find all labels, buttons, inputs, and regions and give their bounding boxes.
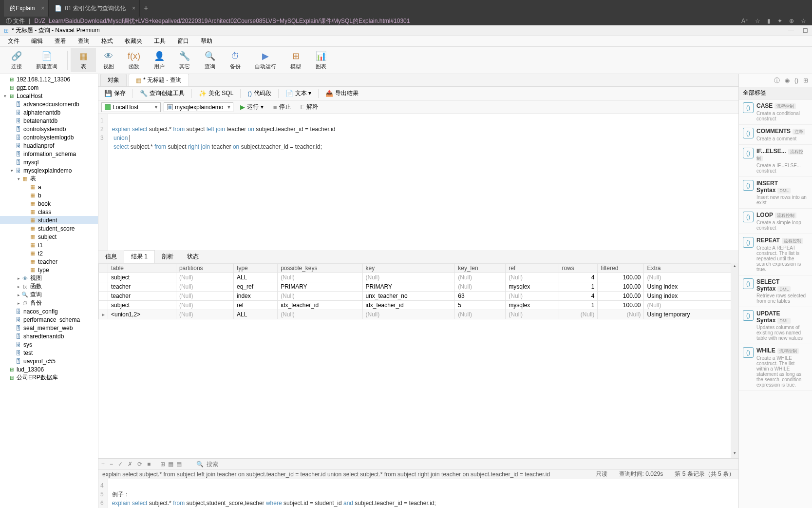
toolbar-label: 新建查询: [36, 63, 57, 70]
toolbar-icon: 📄: [41, 50, 53, 62]
toolbar-label: 图表: [316, 63, 326, 70]
toolbar-其它[interactable]: 🔧其它: [172, 48, 197, 72]
toolbar-label: 表: [81, 63, 86, 70]
toolbar-label: 用户: [154, 63, 165, 70]
toolbar-icon: f(x): [128, 50, 140, 62]
close-icon[interactable]: ×: [41, 5, 44, 12]
app-icon: ⊞: [4, 27, 9, 34]
toolbar-icon: 👁: [103, 50, 114, 62]
close-icon[interactable]: ×: [132, 5, 135, 12]
toolbar-label: 视图: [103, 63, 114, 70]
url-text[interactable]: D:/Z_Learn/BaiduDownload/Mysql调优+LVS+kee…: [34, 17, 410, 25]
browser-tab-0[interactable]: 的Explain ×: [4, 0, 49, 17]
page-icon: 📄: [55, 5, 62, 12]
maximize-button[interactable]: ☐: [803, 27, 808, 34]
title-bar: ⊞ * 无标题 - 查询 - Navicat Premium — ☐: [0, 25, 812, 36]
toolbar-图表[interactable]: 📊图表: [308, 48, 334, 72]
window-title: * 无标题 - 查询 - Navicat Premium: [12, 26, 100, 35]
addr-icons: A⁺ ☆ ▮ ✦ ⊕ ☆: [741, 18, 806, 24]
menu-item[interactable]: 格式: [95, 37, 119, 45]
favorite-icon[interactable]: ☆: [755, 18, 760, 24]
toolbar-icon: 🔗: [11, 50, 22, 62]
toolbar-视图[interactable]: 👁视图: [96, 48, 121, 72]
reader-icon[interactable]: A⁺: [741, 18, 748, 24]
menu-item[interactable]: 帮助: [195, 37, 218, 45]
toolbar-label: 函数: [129, 63, 139, 70]
browser-tab-label: 01 索引优化与查询优化: [65, 4, 126, 13]
toolbar-用户[interactable]: 👤用户: [147, 48, 172, 72]
menu-item[interactable]: 查询: [72, 37, 95, 45]
toolbar-icon: ⏱: [229, 50, 241, 62]
tab-query[interactable]: ▦ * 无标题 - 查询: [129, 74, 189, 74]
menu-item[interactable]: 文件: [2, 37, 25, 45]
address-bar: ① 文件 | D:/Z_Learn/BaiduDownload/Mysql调优+…: [0, 17, 812, 25]
browser-tab-1[interactable]: 📄 01 索引优化与查询优化 ×: [49, 0, 140, 17]
new-tab-button[interactable]: +: [144, 4, 148, 13]
menu-item[interactable]: 工具: [148, 37, 171, 45]
toolbar-icon: ▶: [260, 50, 271, 62]
toolbar-label: 模型: [290, 63, 301, 70]
download-icon[interactable]: ⊕: [789, 18, 794, 24]
browser-tab-label: 的Explain: [10, 4, 35, 13]
toolbar-icon: 📊: [315, 50, 327, 62]
extension-icon[interactable]: ✦: [777, 18, 782, 24]
toolbar-备份[interactable]: ⏱备份: [223, 48, 248, 72]
toolbar-icon: ⊞: [290, 50, 302, 62]
menu-item[interactable]: 收藏夹: [119, 37, 148, 45]
toolbar-label: 备份: [230, 63, 241, 70]
toolbar-label: 查询: [205, 63, 215, 70]
toolbar-icon: 🔧: [179, 50, 190, 62]
toolbar-icon: 🔍: [204, 50, 216, 62]
menu-item[interactable]: 查看: [49, 37, 72, 45]
toolbar-label: 自动运行: [255, 63, 276, 70]
menu-bar: 文件编辑查看查询格式收藏夹工具窗口帮助: [0, 36, 812, 47]
tab-objects[interactable]: 对象: [100, 74, 127, 74]
toolbar-新建查询[interactable]: 📄新建查询: [29, 48, 64, 72]
toolbar-模型[interactable]: ⊞模型: [283, 48, 308, 72]
minimize-button[interactable]: —: [788, 27, 794, 34]
toolbar-连接[interactable]: 🔗连接: [4, 48, 29, 72]
toolbar-查询[interactable]: 🔍查询: [197, 48, 223, 72]
main-toolbar: 🔗连接📄新建查询▦表👁视图f(x)函数👤用户🔧其它🔍查询⏱备份▶自动运行⊞模型📊…: [0, 47, 812, 74]
bookmark-icon[interactable]: ▮: [767, 18, 771, 24]
toolbar-自动运行[interactable]: ▶自动运行: [248, 48, 283, 72]
toolbar-函数[interactable]: f(x)函数: [121, 48, 147, 72]
menu-item[interactable]: 窗口: [171, 37, 195, 45]
more-icon[interactable]: ☆: [801, 18, 806, 24]
toolbar-label: 其它: [179, 63, 190, 70]
toolbar-表[interactable]: ▦表: [71, 48, 96, 72]
browser-tabs: 的Explain × 📄 01 索引优化与查询优化 × +: [0, 0, 812, 17]
addr-label: ① 文件: [6, 17, 25, 25]
toolbar-icon: ▦: [77, 50, 89, 62]
toolbar-icon: 👤: [153, 50, 165, 62]
menu-item[interactable]: 编辑: [25, 37, 49, 45]
toolbar-label: 连接: [11, 63, 22, 70]
